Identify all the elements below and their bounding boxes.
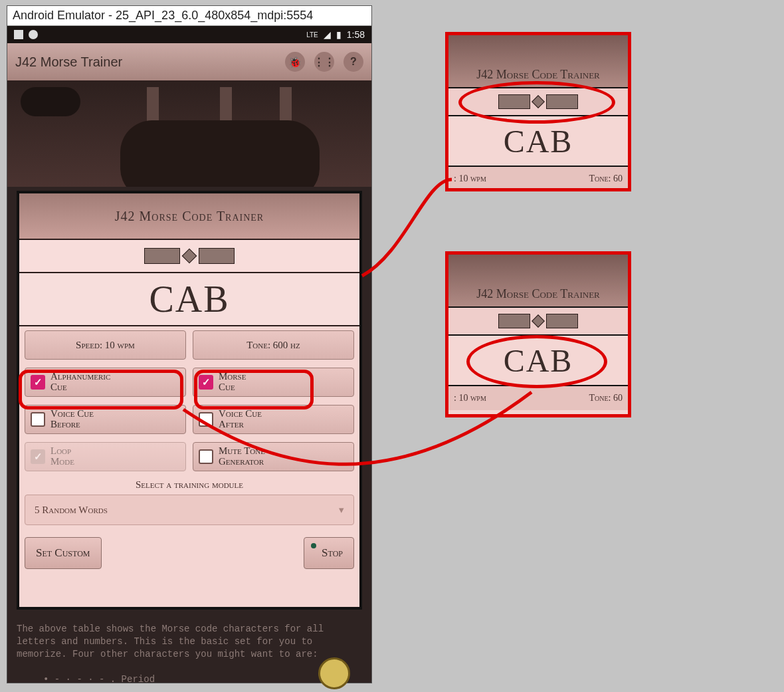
callout-display: CAB — [448, 336, 628, 386]
checkbox-icon: ✓ — [199, 375, 213, 390]
stop-button[interactable]: Stop — [304, 537, 354, 569]
signal-icon: ◢ — [324, 29, 331, 40]
share-icon[interactable]: ⋮⋮ — [314, 52, 334, 72]
bug-icon[interactable]: 🐞 — [285, 52, 305, 72]
callout-display: CAB — [448, 116, 628, 167]
module-dropdown[interactable]: 5 Random Words ▾ — [25, 495, 354, 525]
display-text: CAB — [19, 273, 359, 326]
mute-tone-toggle[interactable]: Mute Tone Generator — [193, 442, 354, 471]
network-label: LTE — [306, 31, 318, 39]
set-custom-button[interactable]: Set Custom — [25, 537, 102, 569]
morse-display-strip — [19, 240, 359, 273]
clock: 1:58 — [347, 29, 365, 40]
fab-button[interactable] — [318, 657, 350, 689]
checkbox-icon — [199, 449, 213, 464]
callout-morse-strip — [448, 308, 628, 336]
callout-top: J42 Morse Code Trainer CAB : 10 wpm Tone… — [445, 32, 631, 191]
checkbox-icon — [31, 412, 45, 427]
callout-footer: : 10 wpm Tone: 60 — [448, 167, 628, 191]
callout-title: J42 Morse Code Trainer — [448, 255, 628, 308]
morse-cue-toggle[interactable]: ✓ Morse Cue — [193, 368, 354, 397]
hero-image — [7, 80, 371, 187]
card-title: J42 Morse Code Trainer — [19, 193, 359, 240]
checkbox-icon: ✓ — [31, 375, 45, 390]
callout-morse-strip — [448, 88, 628, 116]
sdcard-icon — [14, 30, 23, 39]
emulator-window: Android Emulator - 25_API_23_6.0_480x854… — [7, 5, 372, 683]
help-icon[interactable]: ? — [343, 52, 363, 72]
callout-bottom: J42 Morse Code Trainer CAB : 10 wpm Tone… — [445, 251, 631, 417]
debug-icon — [29, 30, 38, 39]
checkbox-icon: ✓ — [31, 449, 45, 464]
module-label: Select a training module — [19, 475, 359, 493]
checkbox-icon — [199, 412, 213, 427]
alpha-cue-toggle[interactable]: ✓ Alphanumeric Cue — [25, 368, 186, 397]
tone-button[interactable]: Tone: 600 hz — [193, 330, 354, 360]
loop-mode-toggle: ✓ Loop Mode — [25, 442, 186, 471]
app-bar: J42 Morse Trainer 🐞 ⋮⋮ ? — [7, 43, 371, 80]
phone-screen: LTE ◢ ▮ 1:58 J42 Morse Trainer 🐞 ⋮⋮ ? J4… — [7, 26, 371, 683]
battery-icon: ▮ — [336, 29, 342, 40]
module-value: 5 Random Words — [35, 505, 108, 516]
voice-after-toggle[interactable]: Voice Cue After — [193, 405, 354, 434]
chevron-down-icon: ▾ — [339, 504, 344, 516]
emulator-title: Android Emulator - 25_API_23_6.0_480x854… — [7, 6, 371, 26]
training-card: J42 Morse Code Trainer CAB Speed: 10 wpm… — [17, 191, 362, 610]
background-text: The above table shows the Morse code cha… — [17, 623, 362, 685]
app-title: J42 Morse Trainer — [15, 55, 122, 70]
voice-before-toggle[interactable]: Voice Cue Before — [25, 405, 186, 434]
speed-button[interactable]: Speed: 10 wpm — [25, 330, 186, 360]
callout-title: J42 Morse Code Trainer — [448, 35, 628, 88]
callout-footer: : 10 wpm Tone: 60 — [448, 386, 628, 410]
android-statusbar: LTE ◢ ▮ 1:58 — [7, 26, 371, 43]
